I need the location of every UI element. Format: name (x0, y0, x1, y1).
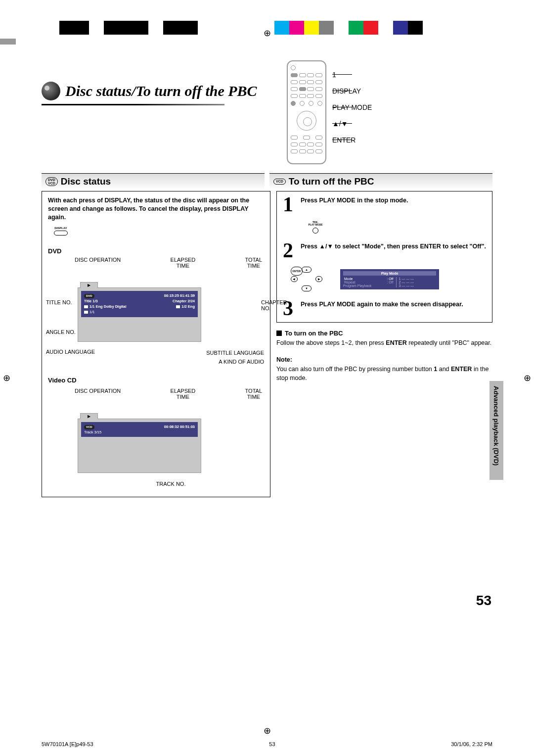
bullet-square-icon (276, 331, 282, 336)
step-2-diagram: ▲ ▼ ◀ ▶ ENTER Play Mode Mode: Off Repeat… (291, 267, 486, 291)
dvd-heading: DVD (48, 247, 264, 255)
dpad-enter: ENTER (291, 267, 303, 276)
step-3-text: Press PLAY MODE again to make the screen… (301, 300, 486, 317)
reg-mark-bottom: ⊕ (264, 725, 271, 736)
callout-disc-operation-2: DISC OPERATION (75, 388, 121, 400)
section-heading-row: DVD VCD Disc status VCD To turn off the … (42, 173, 492, 189)
angle-icon (84, 311, 88, 314)
intro-text: With each press of DISPLAY, the status o… (48, 196, 264, 222)
callout-total-time: TOTAL TIME (245, 257, 262, 269)
vcd-osd-screen: VCD 00:08:32 00:51:03 Track 3/15 (78, 419, 201, 473)
step-2: 2 Press ▲/▼ to select "Mode", then press… (283, 242, 486, 259)
title-underline (42, 104, 224, 105)
dvd-vcd-badge: DVD VCD (45, 177, 58, 187)
remote-outline (287, 60, 326, 164)
play-tab-icon-2 (80, 413, 98, 419)
remote-label-enter: ENTER (332, 136, 356, 144)
osd-dvd-chapter: Chapter 2/24 (173, 298, 195, 304)
playmode-osd-title: Play Mode (343, 271, 436, 276)
playmode-osd: Play Mode Mode: Off Repeat: Off Program … (340, 269, 439, 289)
header-sphere-icon (42, 82, 60, 100)
callout-total-time-2: TOTAL TIME (245, 388, 262, 400)
page-number: 53 (476, 593, 491, 609)
note-body: You can also turn off the PBC by pressin… (276, 365, 492, 382)
osd-program-label: Program Playback (343, 284, 394, 287)
callout-audio-language: AUDIO LANGUAGE (46, 349, 95, 355)
section-title-left: Disc status (61, 176, 111, 187)
callout-chapter-no: CHAPTER NO. (261, 299, 288, 311)
registration-color-bar (274, 21, 423, 35)
callout-title-no: TITLE NO. (46, 299, 72, 305)
content-columns: With each press of DISPLAY, the status o… (42, 191, 492, 497)
section-disc-status: DVD VCD Disc status (42, 173, 265, 189)
osd-repeat-label: Repeat (344, 281, 356, 284)
manual-page: ⊕ ⊕ ⊕ ⊕ Disc status/To turn off the PBC … (0, 0, 534, 756)
osd-dvd-angle: 1/1 (89, 310, 94, 314)
remote-label-arrows: ▲/▼ (332, 120, 348, 128)
osd-dvd-badge: DVD (84, 294, 94, 298)
step-2-text: Press ▲/▼ to select "Mode", then press E… (301, 242, 486, 259)
side-tab-label: Advanced playback (DVD) (490, 381, 503, 471)
step-3: 3 Press PLAY MODE again to make the scre… (283, 300, 486, 317)
callout-elapsed-time: ELAPSED TIME (171, 257, 196, 269)
step-number-1: 1 (283, 196, 297, 213)
subtitle-icon (176, 305, 180, 308)
pbc-column: 1 Press PLAY MODE in the stop mode. TRK-… (276, 191, 492, 497)
osd-dvd-sub: 1/2 Eng (181, 304, 195, 309)
footer-left: 5W70101A [E]p49-53 (42, 741, 93, 747)
bleed-strip (0, 39, 16, 45)
osd-mode-value: : Off (387, 277, 393, 281)
section-title-right: To turn off the PBC (289, 176, 374, 187)
dvd-osd-screen: DVD 00:15:25 01:41:39 Title 1/3 Chapter … (78, 287, 201, 342)
page-header: Disc status/To turn off the PBC (42, 82, 257, 100)
osd-vcd-track: Track 3/15 (84, 429, 195, 435)
reg-mark-left: ⊕ (3, 373, 10, 383)
print-footer: 5W70101A [E]p49-53 53 30/1/06, 2:32 PM (42, 741, 492, 747)
osd-vcd-times: 00:08:32 00:51:03 (164, 424, 195, 429)
reg-mark-top: ⊕ (264, 28, 271, 39)
footer-center: 53 (269, 741, 275, 747)
callout-subtitle-language: SUBTITLE LANGUAGE (206, 350, 264, 356)
callout-elapsed-time-2: ELAPSED TIME (171, 388, 196, 400)
step-1-text: Press PLAY MODE in the stop mode. (301, 196, 486, 213)
osd-dvd-audio: 1/1 Eng Dolby Digital (89, 304, 127, 309)
osd-mode-label: Mode (344, 277, 353, 281)
turn-on-pbc-body: Follow the above steps 1~2, then press E… (276, 339, 492, 348)
registration-black-bar (59, 21, 198, 35)
footer-right: 30/1/06, 2:32 PM (451, 741, 492, 747)
remote-label-playmode: PLAY MODE (332, 103, 372, 111)
vcd-badge: VCD (273, 179, 286, 184)
remote-label-1: 1 (332, 71, 336, 79)
remote-dpad-icon (297, 111, 316, 131)
callout-angle-no: ANGLE NO. (46, 329, 76, 335)
reg-mark-right: ⊕ (524, 373, 531, 383)
audio-icon (84, 305, 88, 308)
step-number-2: 2 (283, 242, 297, 259)
remote-label-column: 1 DISPLAY PLAY MODE ▲/▼ ENTER (332, 60, 372, 164)
callout-track-no: TRACK NO. (156, 481, 186, 487)
disc-status-column: With each press of DISPLAY, the status o… (42, 191, 270, 497)
vcd-heading: Video CD (48, 377, 264, 384)
osd-slot-2: 2 — — — (399, 281, 436, 284)
dpad-icon: ▲ ▼ ◀ ▶ ENTER (291, 267, 322, 291)
turn-on-pbc-heading: To turn on the PBC (276, 330, 492, 337)
osd-dvd-title: Title 1/3 (84, 298, 98, 304)
osd-repeat-value: : Off (387, 281, 393, 284)
playmode-button-icon: TRK- PLAY MODE (301, 221, 330, 234)
display-button-icon: DISPLAY (48, 227, 74, 236)
steps-box: 1 Press PLAY MODE in the stop mode. TRK-… (276, 191, 492, 323)
dvd-osd-diagram: DISC OPERATION ELAPSED TIME TOTAL TIME T… (48, 257, 264, 365)
osd-slot-3: 3 — — — (399, 284, 436, 287)
section-side-tab: Advanced playback (DVD) (490, 381, 503, 480)
vcd-osd-diagram: DISC OPERATION ELAPSED TIME TOTAL TIME V… (48, 388, 264, 487)
callout-disc-operation: DISC OPERATION (75, 257, 121, 269)
remote-diagram: 1 DISPLAY PLAY MODE ▲/▼ ENTER (287, 60, 372, 164)
osd-dvd-times: 00:15:25 01:41:39 (164, 293, 195, 298)
play-tab-icon (80, 282, 98, 288)
remote-label-display: DISPLAY (332, 87, 361, 95)
osd-vcd-badge: VCD (84, 425, 94, 429)
page-title: Disc status/To turn off the PBC (65, 83, 257, 99)
osd-slot-1: 1 — — — (399, 277, 436, 281)
step-1: 1 Press PLAY MODE in the stop mode. (283, 196, 486, 213)
callout-audio-kind: A KIND OF AUDIO (219, 359, 264, 365)
